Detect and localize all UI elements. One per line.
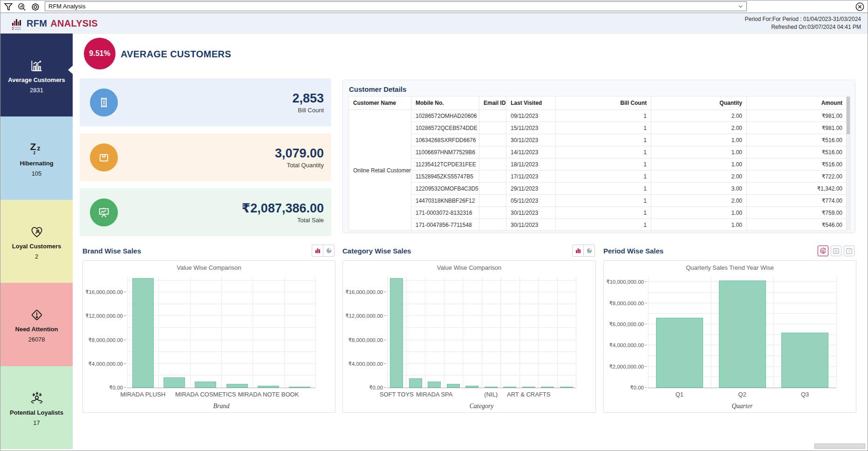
- table-row[interactable]: 171-0003072-813231630/11/202311.00₹759.0…: [349, 207, 847, 219]
- scrollbar-thumb[interactable]: [847, 97, 850, 134]
- y-axis-tick-label: ₹0.00: [109, 384, 123, 391]
- stat-label: Total Sale: [242, 217, 324, 224]
- bar: [226, 384, 248, 388]
- bar: [390, 278, 403, 388]
- y-axis-tick-label: ₹16,000,000.00: [85, 289, 123, 295]
- bar: [289, 387, 310, 388]
- close-icon[interactable]: [854, 1, 865, 12]
- monthly-view-icon[interactable]: 31: [831, 246, 841, 256]
- package-icon: [90, 144, 118, 171]
- table-row[interactable]: Online Retail Customer10286572OMHAD20606…: [349, 110, 847, 122]
- bar-chart-view-button[interactable]: [572, 245, 584, 257]
- sidebar-item-potential-loyalists[interactable]: Potential Loyalists 17: [0, 366, 73, 449]
- vertical-scrollbar[interactable]: [846, 96, 850, 230]
- bill-count-cell: 1: [556, 146, 651, 158]
- table-row[interactable]: 10286572QCEB574DDE15/11/202312.00₹981.00: [349, 122, 847, 134]
- y-axis-tick-label: ₹8,000,000.00: [609, 300, 644, 307]
- bill-count-cell: 1: [556, 134, 651, 146]
- mobile-cell: 12209532OMOFB4C3D5: [411, 183, 479, 195]
- svg-text:Q: Q: [821, 249, 824, 253]
- pie-chart-view-button[interactable]: [583, 245, 595, 257]
- email-cell: [479, 171, 506, 183]
- table-row[interactable]: 14470318KNBBF26F1205/11/202312.00₹774.00: [349, 195, 847, 207]
- y-axis-tick-label: ₹0.00: [630, 384, 644, 391]
- sidebar-item-loyal-customers[interactable]: Loyal Customers 2: [0, 200, 73, 283]
- settings-icon[interactable]: [29, 1, 41, 13]
- bill-icon: [90, 89, 118, 116]
- y-axis-tick-label: ₹10,000,000.00: [606, 279, 644, 285]
- sidebar-item-need-attention[interactable]: Need Attention 26078: [0, 283, 73, 366]
- col-email-id[interactable]: Email ID: [479, 96, 506, 110]
- toolbar: RFM Analysis: [0, 0, 868, 13]
- bar: [522, 387, 535, 388]
- table-row[interactable]: 11006697HNM77529B614/11/202311.00₹516.00: [349, 146, 847, 158]
- last-visited-cell: 29/11/2023: [506, 183, 556, 195]
- email-cell: [479, 207, 506, 219]
- col-last-visited[interactable]: Last Visited: [506, 96, 556, 110]
- quarterly-view-icon[interactable]: Q: [818, 246, 828, 256]
- mobile-cell: 10286572OMHAD20606: [411, 110, 479, 122]
- svg-text:31: 31: [834, 250, 838, 253]
- sleep-zz-icon: Zzz: [28, 140, 45, 157]
- y-axis-tick-label: ₹8,000,000.00: [349, 337, 383, 343]
- sidebar-item-label: Potential Loyalists: [7, 409, 66, 416]
- table-row[interactable]: 11528945ZKS55747B517/11/202312.00₹722.00: [349, 171, 847, 183]
- svg-text:7: 7: [848, 250, 850, 253]
- amount-cell: ₹759.00: [747, 207, 847, 219]
- y-axis-tick-label: ₹6,000,000.00: [609, 321, 644, 328]
- weekly-view-icon[interactable]: 7: [844, 246, 854, 256]
- amount-cell: ₹774.00: [747, 195, 847, 207]
- percent-badge: 9.51%: [84, 38, 116, 69]
- x-axis-title: Category: [387, 403, 576, 410]
- chart-panel-title: Period Wise Sales: [603, 247, 663, 255]
- col-quantity[interactable]: Quantity: [651, 96, 747, 110]
- heart-customer-icon: [28, 223, 45, 239]
- bar: [164, 377, 185, 388]
- pie-chart-view-button[interactable]: [323, 245, 335, 257]
- brand-wise-sales-panel: Brand Wise Sales Value Wise Comparison ₹…: [82, 244, 335, 413]
- sidebar-item-hibernating[interactable]: Zzz Hibernating 105: [0, 116, 73, 199]
- bar: [560, 387, 573, 388]
- col-mobile-no[interactable]: Mobile No.: [411, 96, 479, 110]
- col-amount[interactable]: Amount: [747, 96, 847, 110]
- customer-table-body: Online Retail Customer10286572OMHAD20606…: [349, 110, 847, 231]
- brand-analysis: ANALYSIS: [50, 18, 98, 28]
- bar: [428, 382, 441, 388]
- quantity-cell: 1.00: [651, 158, 747, 171]
- email-cell: [479, 110, 506, 122]
- sidebar-item-count: 26078: [28, 336, 45, 343]
- bar: [719, 280, 766, 388]
- sidebar-item-average-customers[interactable]: Average Customers 2831: [0, 34, 73, 116]
- period-text: Period For:For Period : 01/04/2023-31/03…: [745, 15, 861, 23]
- report-selector[interactable]: RFM Analysis: [45, 1, 747, 11]
- quantity-cell: 3.00: [651, 183, 747, 195]
- plot-title: Value Wise Comparison: [83, 264, 335, 271]
- plot-title: Value Wise Comparison: [343, 264, 595, 271]
- col-bill-count[interactable]: Bill Count: [556, 96, 651, 110]
- last-visited-cell: 30/11/2023: [506, 134, 556, 146]
- amount-cell: ₹981.00: [747, 122, 847, 134]
- quantity-cell: 1.00: [651, 146, 747, 158]
- bar-chart-view-button[interactable]: [312, 245, 323, 257]
- brand-title: RFMANALYSIS: [27, 18, 98, 29]
- x-axis-category-label: ART & CRAFTS: [507, 391, 550, 398]
- sidebar-item-label: Average Customers: [5, 76, 68, 83]
- table-row[interactable]: 11235412TCPDE31FEE18/11/202311.00₹516.00: [349, 158, 847, 171]
- table-row[interactable]: 171-0047856-771154830/11/202311.00₹546.0…: [349, 219, 847, 231]
- bill-count-cell: 1: [556, 183, 651, 195]
- period-view-toggle: Q 31 7: [815, 246, 854, 256]
- col-customer-name[interactable]: Customer Name: [349, 96, 411, 110]
- stat-label: Total Quantity: [275, 162, 324, 169]
- bill-count-cell: 1: [556, 219, 651, 231]
- table-row[interactable]: 10634268SXRFDD667630/11/202311.00₹516.00: [349, 134, 847, 146]
- horizontal-scrollbar[interactable]: [814, 444, 865, 449]
- quantity-cell: 1.00: [651, 134, 747, 146]
- app-window: RFM Analysis: [0, 0, 868, 451]
- x-axis-category-label: Q2: [738, 391, 746, 398]
- search-analytics-icon[interactable]: [16, 1, 27, 13]
- filter-icon[interactable]: [2, 1, 14, 13]
- bill-count-cell: 1: [556, 158, 651, 171]
- bar: [465, 386, 478, 388]
- table-row[interactable]: 12209532OMOFB4C3D529/11/202313.00₹1,342.…: [349, 183, 847, 195]
- bar: [541, 387, 554, 388]
